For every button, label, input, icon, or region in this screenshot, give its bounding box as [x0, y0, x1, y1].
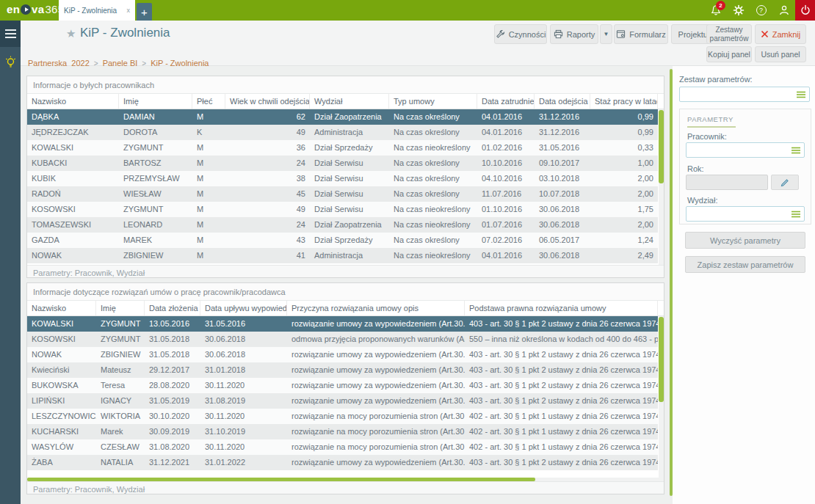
rok-edit-button[interactable] [771, 175, 799, 190]
table-cell: BUKOWSKA [27, 378, 96, 393]
table-row[interactable]: NOWAKZBIGNIEW31.05.201830.06.2018rozwiąz… [27, 347, 658, 362]
list-picker-icon[interactable] [797, 91, 805, 98]
suggestions-button[interactable] [0, 56, 21, 69]
column-header[interactable]: Nazwisko [27, 94, 119, 109]
column-header[interactable]: Nazwisko [27, 301, 96, 315]
user-account-button[interactable] [772, 0, 795, 21]
vertical-scrollbar[interactable] [659, 316, 664, 478]
zestawy-parametrow-label: Zestawy parametrów [709, 26, 749, 43]
table-row[interactable]: KUBACKIBARTOSZM24Dział SerwisuNa czas ok… [27, 156, 658, 171]
settings-button[interactable] [727, 0, 750, 21]
table-cell: rozwiązanie umowy za wypowiedzeniem (Art… [287, 393, 465, 409]
table-row[interactable]: JĘDRZEJCZAKDOROTAK49AdministracjaNa czas… [27, 125, 658, 140]
column-header[interactable]: Data upływu wypowiedzenia [200, 301, 287, 315]
zestawy-parametrow-button[interactable]: Zestawy parametrów [706, 24, 752, 44]
table-cell: 30.06.2018 [535, 248, 590, 263]
wrench-icon [496, 29, 505, 39]
column-header[interactable]: Staż pracy w latach [590, 94, 658, 109]
column-header[interactable]: Data zatrudnienia [477, 94, 535, 109]
horizontal-scrollbar[interactable] [27, 478, 664, 481]
notifications-button[interactable]: 2 [704, 0, 727, 21]
table-row[interactable]: LIPIŃSKIIGNACY31.05.201931.08.2019rozwią… [27, 393, 658, 409]
column-header[interactable]: Wiek w chwili odejścia [225, 94, 310, 109]
column-header[interactable]: Data odejścia [535, 94, 590, 109]
formularz-button[interactable]: Formularz [614, 24, 668, 44]
kopiuj-panel-label: Kopiuj panel [708, 50, 750, 59]
scrollbar-thumb[interactable] [27, 478, 535, 481]
main-menu-button[interactable] [0, 21, 21, 47]
table-row[interactable]: NOWAKZBIGNIEWM41AdministracjaNa czas nie… [27, 248, 658, 263]
table-cell: 31.01.2018 [200, 362, 287, 378]
table-cell: 01.02.2016 [477, 140, 535, 156]
table-cell: 30.06.2018 [200, 332, 287, 347]
table-cell: 31.05.2018 [145, 347, 200, 362]
column-header[interactable]: Przyczyna rozwiązania umowy opis [287, 301, 465, 315]
logout-button[interactable] [795, 0, 815, 21]
scrollbar-thumb[interactable] [659, 317, 664, 402]
tab-close-icon[interactable]: x [127, 7, 131, 14]
rok-input[interactable] [686, 175, 768, 190]
table-row[interactable]: LESZCZYNOWICZWIKTORIA30.10.202030.11.202… [27, 409, 658, 424]
tab-kip-zwolnienia[interactable]: KiP - Zwolnienia x [59, 0, 135, 21]
table-row[interactable]: RADOŃWIESŁAWM45Dział SerwisuNa czas okre… [27, 186, 658, 202]
table-row[interactable]: KUCHARSKIMarek30.09.201931.10.2019rozwią… [27, 424, 658, 439]
table-cell: Dział Serwisu [310, 186, 389, 202]
table-cell: 10.10.2016 [477, 156, 535, 171]
table-row[interactable]: KUBIKPRZEMYSŁAWM38Dział SerwisuNa czas o… [27, 171, 658, 186]
list-picker-icon[interactable] [792, 211, 800, 218]
chevron-down-icon: ▼ [604, 31, 609, 37]
table-cell: 2,00 [590, 171, 658, 186]
left-navigation-rail [0, 21, 21, 504]
raporty-label: Raporty [567, 30, 595, 39]
table-row[interactable]: KOWALSKIZYGMUNT13.05.201631.05.2016rozwi… [27, 316, 658, 332]
table-cell: 31.12.2016 [535, 125, 590, 140]
new-tab-button[interactable]: + [137, 3, 152, 21]
favorite-star-icon[interactable]: ★ [66, 27, 76, 40]
table-row[interactable]: ŻABANATALIA31.12.202131.01.2022rozwiązan… [27, 455, 658, 470]
czynnosci-button[interactable]: Czynności [494, 24, 547, 44]
pracownik-input[interactable] [686, 142, 805, 158]
printer-icon [554, 29, 563, 39]
table-header-row: NazwiskoImięData złożeniaData upływu wyp… [27, 301, 664, 316]
vertical-scrollbar[interactable] [659, 109, 664, 265]
table-cell: M [192, 233, 225, 248]
column-header[interactable]: Imię [119, 94, 192, 109]
column-header[interactable]: Wydział [310, 94, 389, 109]
zapisz-zestaw-parametrow-button[interactable]: Zapisz zestaw parametrów [685, 256, 805, 273]
wydzial-input[interactable] [686, 206, 805, 222]
kopiuj-panel-button[interactable]: Kopiuj panel [706, 46, 752, 62]
notification-count-badge: 2 [716, 1, 725, 10]
column-header[interactable]: Płeć [192, 94, 225, 109]
table-cell: 49 [225, 125, 310, 140]
column-header[interactable]: Podstawa prawna rozwiązania umowy [465, 301, 658, 315]
table-cell: 0,99 [590, 125, 658, 140]
panel-splitter[interactable] [670, 69, 673, 496]
table-cell: 49 [225, 202, 310, 217]
table-row[interactable]: GAZDAMAREKM43Dział SprzedażyNa czas okre… [27, 233, 658, 248]
table-row[interactable]: DĄBKADAMIANM62Dział ZaopatrzeniaNa czas … [27, 109, 658, 125]
table-row[interactable]: KwiecińskiMateusz29.12.201731.01.2018roz… [27, 362, 658, 378]
table-row[interactable]: WASYLÓWCZESŁAW31.08.202030.11.2020rozwią… [27, 439, 658, 455]
zamknij-button[interactable]: Zamknij [755, 24, 806, 44]
list-picker-icon[interactable] [792, 147, 800, 154]
table-row[interactable]: KOSOWSKIZYGMUNT31.05.201830.06.2018odmow… [27, 332, 658, 347]
column-header[interactable]: Imię [96, 301, 145, 315]
wyczysc-parametry-button[interactable]: Wyczyść parametry [685, 232, 805, 249]
table-row[interactable]: TOMASZEWSKILEONARDM24Dział ZaopatrzeniaN… [27, 217, 658, 233]
usun-panel-button[interactable]: Usuń panel [755, 46, 806, 62]
help-button[interactable]: ? [750, 0, 772, 21]
raporty-button[interactable]: Raporty [550, 24, 598, 44]
table-cell: ZYGMUNT [96, 316, 145, 332]
column-header[interactable]: Typ umowy [389, 94, 477, 109]
table-cell: Na czas nieokreślony [389, 217, 477, 233]
table-row[interactable]: KOSOWSKIZYGMUNTM49Dział SerwisuNa czas n… [27, 202, 658, 217]
raporty-dropdown-button[interactable]: ▼ [600, 24, 612, 44]
table-cell: 24 [225, 217, 310, 233]
table-row[interactable]: KOWALSKIZYGMUNTM36Dział SprzedażyNa czas… [27, 140, 658, 156]
logo-text-va: va [32, 3, 44, 15]
table-row[interactable]: BUKOWSKATeresa28.08.202030.11.2020rozwią… [27, 378, 658, 393]
table-cell: Na czas określony [389, 186, 477, 202]
column-header[interactable]: Data złożenia [145, 301, 200, 315]
zestaw-parametrow-input[interactable] [679, 87, 810, 102]
scrollbar-thumb[interactable] [659, 110, 664, 183]
